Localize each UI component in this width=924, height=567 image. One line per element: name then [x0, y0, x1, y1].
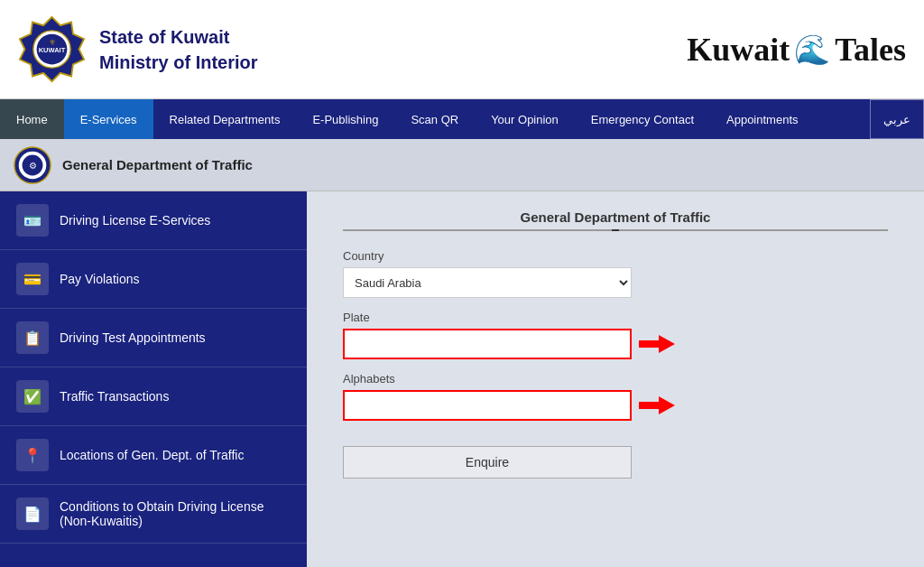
pay-violations-icon: 💳 — [16, 263, 49, 295]
sidebar-label-pay-violations: Pay Violations — [60, 272, 139, 286]
nav-epublishing[interactable]: E-Publishing — [296, 99, 394, 139]
country-select[interactable]: Saudi Arabia Kuwait UAE Bahrain Qatar Om… — [343, 267, 632, 298]
department-title: General Department of Traffic — [62, 157, 253, 172]
brand-logo: Kuwait 🌊 Tales — [687, 31, 906, 69]
sidebar: 🪪 Driving License E-Services 💳 Pay Viola… — [0, 191, 307, 567]
driving-test-icon: 📋 — [16, 321, 49, 354]
nav-emergency-contact[interactable]: Emergency Contact — [575, 99, 710, 139]
nav-scan-qr[interactable]: Scan QR — [394, 99, 475, 139]
sidebar-item-conditions[interactable]: 📄 Conditions to Obtain Driving License (… — [0, 485, 307, 544]
locations-icon: 📍 — [16, 439, 49, 471]
country-label: Country — [343, 249, 888, 263]
department-header: ⚙ General Department of Traffic — [0, 139, 924, 191]
site-header: KUWAIT ⚜ State of Kuwait Ministry of Int… — [0, 0, 924, 99]
plate-group: Plate — [343, 311, 888, 359]
svg-text:⚙: ⚙ — [29, 160, 37, 170]
svg-marker-10 — [639, 396, 675, 414]
svg-marker-9 — [639, 335, 675, 353]
nav-your-opinion[interactable]: Your Opinion — [475, 99, 575, 139]
brand-name2: Tales — [835, 31, 906, 69]
alphabets-arrow-indicator — [639, 393, 675, 418]
driving-license-icon: 🪪 — [16, 204, 49, 237]
plate-arrow-indicator — [639, 331, 675, 357]
sidebar-label-locations: Locations of Gen. Dept. of Traffic — [60, 448, 244, 462]
sidebar-item-driving-test[interactable]: 📋 Driving Test Appointments — [0, 309, 307, 367]
sidebar-label-driving-license: Driving License E-Services — [60, 213, 210, 228]
country-group: Country Saudi Arabia Kuwait UAE Bahrain … — [343, 249, 888, 298]
sidebar-item-pay-violations[interactable]: 💳 Pay Violations — [0, 250, 307, 309]
sidebar-item-driving-license[interactable]: 🪪 Driving License E-Services — [0, 191, 307, 250]
wave-icon: 🌊 — [794, 33, 830, 67]
sidebar-item-traffic-transactions[interactable]: ✅ Traffic Transactions — [0, 367, 307, 426]
main-navbar: Home E-Services Related Departments E-Pu… — [0, 99, 924, 139]
alphabets-input-row — [343, 390, 888, 421]
nav-home[interactable]: Home — [0, 99, 64, 139]
form-section-title: General Department of Traffic — [343, 209, 888, 225]
plate-input-row — [343, 329, 888, 359]
nav-related-departments[interactable]: Related Departments — [153, 99, 297, 139]
sidebar-label-traffic-transactions: Traffic Transactions — [60, 389, 169, 404]
conditions-icon: 📄 — [16, 497, 49, 530]
nav-arabic[interactable]: عربي — [870, 99, 924, 139]
svg-text:⚜: ⚜ — [49, 38, 56, 47]
nav-eservices[interactable]: E-Services — [64, 99, 153, 139]
header-title: State of Kuwait Ministry of Interior — [99, 24, 258, 75]
header-title-line1: State of Kuwait — [99, 24, 258, 50]
main-content: 🪪 Driving License E-Services 💳 Pay Viola… — [0, 191, 924, 567]
nav-appointments[interactable]: Appointments — [710, 99, 815, 139]
enquire-button[interactable]: Enquire — [343, 446, 632, 479]
alphabets-label: Alphabets — [343, 372, 888, 386]
department-logo: ⚙ — [14, 146, 51, 184]
form-title-divider — [343, 229, 888, 231]
header-title-line2: Ministry of Interior — [99, 50, 258, 75]
form-area: General Department of Traffic Country Sa… — [307, 191, 924, 567]
ministry-badge: KUWAIT ⚜ — [18, 15, 86, 83]
alphabets-input[interactable] — [343, 390, 632, 421]
plate-input[interactable] — [343, 329, 632, 359]
plate-label: Plate — [343, 311, 888, 324]
alphabets-group: Alphabets — [343, 372, 888, 421]
svg-text:KUWAIT: KUWAIT — [39, 46, 66, 54]
sidebar-item-locations[interactable]: 📍 Locations of Gen. Dept. of Traffic — [0, 426, 307, 485]
brand-name: Kuwait — [687, 31, 790, 69]
sidebar-label-driving-test: Driving Test Appointments — [60, 330, 206, 345]
traffic-transactions-icon: ✅ — [16, 380, 49, 413]
logo-area: KUWAIT ⚜ State of Kuwait Ministry of Int… — [18, 15, 258, 83]
sidebar-label-conditions: Conditions to Obtain Driving License (No… — [60, 499, 291, 528]
